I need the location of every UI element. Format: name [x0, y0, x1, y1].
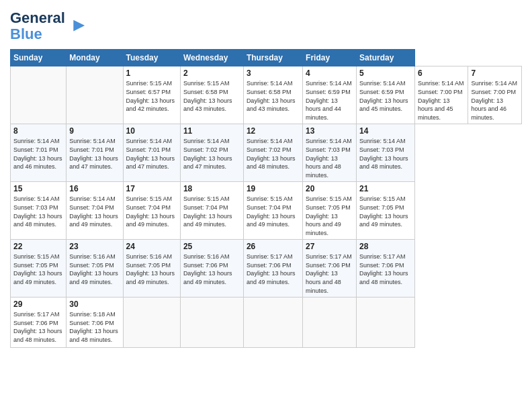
day-number: 17	[126, 184, 177, 193]
day-info: Sunrise: 5:16 AMSunset: 7:05 PMDaylight:…	[69, 253, 120, 286]
day-number: 23	[69, 242, 120, 251]
day-info: Sunrise: 5:18 AMSunset: 7:06 PMDaylight:…	[69, 310, 120, 344]
day-number: 6	[418, 68, 465, 78]
day-info: Sunrise: 5:14 AMSunset: 7:00 PMDaylight:…	[418, 79, 465, 122]
day-info: Sunrise: 5:14 AMSunset: 7:02 PMDaylight:…	[247, 137, 300, 171]
header: GeneralBlue	[10, 10, 522, 42]
week-row-2: 15Sunrise: 5:14 AMSunset: 7:03 PMDayligh…	[11, 182, 522, 240]
day-number: 18	[183, 184, 240, 193]
day-info: Sunrise: 5:14 AMSunset: 6:59 PMDaylight:…	[359, 79, 412, 113]
day-number: 24	[126, 242, 177, 251]
page-container: GeneralBlue SundayMondayTuesdayWednesday…	[0, 0, 532, 355]
day-number: 19	[247, 184, 300, 193]
cell-2-3: 18Sunrise: 5:15 AMSunset: 7:04 PMDayligh…	[180, 182, 243, 240]
col-header-wednesday: Wednesday	[180, 50, 243, 66]
day-number: 30	[69, 300, 120, 309]
col-header-monday: Monday	[66, 50, 123, 66]
cell-3-3: 25Sunrise: 5:16 AMSunset: 7:06 PMDayligh…	[180, 240, 243, 298]
day-number: 7	[471, 68, 519, 78]
cell-4-1: 30Sunrise: 5:18 AMSunset: 7:06 PMDayligh…	[66, 298, 123, 348]
cell-4-3	[180, 298, 243, 348]
day-number: 20	[306, 184, 353, 193]
cell-0-2: 1Sunrise: 5:15 AMSunset: 6:57 PMDaylight…	[123, 66, 180, 124]
svg-marker-0	[73, 20, 85, 32]
day-info: Sunrise: 5:14 AMSunset: 7:04 PMDaylight:…	[69, 195, 120, 228]
cell-2-2: 17Sunrise: 5:15 AMSunset: 7:04 PMDayligh…	[123, 182, 180, 240]
cell-2-0: 15Sunrise: 5:14 AMSunset: 7:03 PMDayligh…	[11, 182, 66, 240]
cell-2-6: 21Sunrise: 5:15 AMSunset: 7:05 PMDayligh…	[357, 182, 415, 240]
day-info: Sunrise: 5:14 AMSunset: 7:02 PMDaylight:…	[183, 137, 240, 171]
day-number: 21	[359, 184, 412, 193]
day-number: 11	[183, 126, 240, 136]
day-number: 15	[13, 184, 63, 193]
day-number: 4	[306, 68, 353, 78]
day-info: Sunrise: 5:15 AMSunset: 7:04 PMDaylight:…	[247, 195, 300, 228]
cell-4-4	[243, 298, 302, 348]
cell-0-8: 7Sunrise: 5:14 AMSunset: 7:00 PMDaylight…	[468, 66, 522, 124]
cell-1-4: 12Sunrise: 5:14 AMSunset: 7:02 PMDayligh…	[243, 124, 302, 182]
cell-2-4: 19Sunrise: 5:15 AMSunset: 7:04 PMDayligh…	[243, 182, 302, 240]
day-number: 3	[247, 68, 300, 78]
logo-text: GeneralBlue	[10, 10, 65, 42]
cell-3-4: 26Sunrise: 5:17 AMSunset: 7:06 PMDayligh…	[243, 240, 302, 298]
cell-1-1: 9Sunrise: 5:14 AMSunset: 7:01 PMDaylight…	[66, 124, 123, 182]
cell-0-7: 6Sunrise: 5:14 AMSunset: 7:00 PMDaylight…	[415, 66, 468, 124]
logo-icon	[67, 17, 86, 36]
day-info: Sunrise: 5:17 AMSunset: 7:06 PMDaylight:…	[247, 253, 300, 286]
day-info: Sunrise: 5:15 AMSunset: 6:57 PMDaylight:…	[126, 79, 177, 113]
cell-2-1: 16Sunrise: 5:14 AMSunset: 7:04 PMDayligh…	[66, 182, 123, 240]
col-header-friday: Friday	[303, 50, 357, 66]
day-info: Sunrise: 5:14 AMSunset: 7:03 PMDaylight:…	[306, 137, 353, 179]
day-number: 12	[247, 126, 300, 136]
day-info: Sunrise: 5:14 AMSunset: 7:01 PMDaylight:…	[69, 137, 120, 171]
day-info: Sunrise: 5:15 AMSunset: 7:05 PMDaylight:…	[359, 195, 412, 228]
day-info: Sunrise: 5:14 AMSunset: 6:59 PMDaylight:…	[306, 79, 353, 122]
cell-1-3: 11Sunrise: 5:14 AMSunset: 7:02 PMDayligh…	[180, 124, 243, 182]
day-number: 25	[183, 242, 240, 251]
week-row-3: 22Sunrise: 5:15 AMSunset: 7:05 PMDayligh…	[11, 240, 522, 298]
cell-1-0: 8Sunrise: 5:14 AMSunset: 7:01 PMDaylight…	[11, 124, 66, 182]
cell-3-0: 22Sunrise: 5:15 AMSunset: 7:05 PMDayligh…	[11, 240, 66, 298]
week-row-1: 8Sunrise: 5:14 AMSunset: 7:01 PMDaylight…	[11, 124, 522, 182]
day-number: 5	[359, 68, 412, 78]
day-info: Sunrise: 5:16 AMSunset: 7:05 PMDaylight:…	[126, 253, 177, 286]
day-info: Sunrise: 5:17 AMSunset: 7:06 PMDaylight:…	[359, 253, 412, 286]
day-info: Sunrise: 5:14 AMSunset: 7:03 PMDaylight:…	[13, 195, 63, 228]
cell-3-2: 24Sunrise: 5:16 AMSunset: 7:05 PMDayligh…	[123, 240, 180, 298]
col-header-sunday: Sunday	[11, 50, 66, 66]
calendar-table: SundayMondayTuesdayWednesdayThursdayFrid…	[10, 49, 522, 348]
day-number: 27	[306, 242, 353, 251]
cell-1-5: 13Sunrise: 5:14 AMSunset: 7:03 PMDayligh…	[303, 124, 357, 182]
cell-0-6: 5Sunrise: 5:14 AMSunset: 6:59 PMDaylight…	[357, 66, 415, 124]
day-info: Sunrise: 5:15 AMSunset: 7:05 PMDaylight:…	[306, 195, 353, 237]
day-number: 9	[69, 126, 120, 136]
cell-0-1	[66, 66, 123, 124]
day-info: Sunrise: 5:14 AMSunset: 7:03 PMDaylight:…	[359, 137, 412, 171]
cell-0-3: 2Sunrise: 5:15 AMSunset: 6:58 PMDaylight…	[180, 66, 243, 124]
day-info: Sunrise: 5:15 AMSunset: 7:04 PMDaylight:…	[183, 195, 240, 228]
week-row-0: 1Sunrise: 5:15 AMSunset: 6:57 PMDaylight…	[11, 66, 522, 124]
cell-4-0: 29Sunrise: 5:17 AMSunset: 7:06 PMDayligh…	[11, 298, 66, 348]
cell-3-6: 28Sunrise: 5:17 AMSunset: 7:06 PMDayligh…	[357, 240, 415, 298]
day-number: 2	[183, 68, 240, 78]
day-info: Sunrise: 5:15 AMSunset: 7:04 PMDaylight:…	[126, 195, 177, 228]
cell-4-6	[357, 298, 415, 348]
day-info: Sunrise: 5:14 AMSunset: 6:58 PMDaylight:…	[247, 79, 300, 113]
cell-0-5: 4Sunrise: 5:14 AMSunset: 6:59 PMDaylight…	[303, 66, 357, 124]
day-info: Sunrise: 5:14 AMSunset: 7:01 PMDaylight:…	[126, 137, 177, 171]
day-info: Sunrise: 5:17 AMSunset: 7:06 PMDaylight:…	[306, 253, 353, 295]
col-header-saturday: Saturday	[357, 50, 415, 66]
day-info: Sunrise: 5:14 AMSunset: 7:01 PMDaylight:…	[13, 137, 63, 171]
day-number: 29	[13, 300, 63, 309]
cell-0-0	[11, 66, 66, 124]
day-info: Sunrise: 5:16 AMSunset: 7:06 PMDaylight:…	[183, 253, 240, 286]
day-number: 22	[13, 242, 63, 251]
day-info: Sunrise: 5:17 AMSunset: 7:06 PMDaylight:…	[13, 310, 63, 344]
cell-3-1: 23Sunrise: 5:16 AMSunset: 7:05 PMDayligh…	[66, 240, 123, 298]
day-number: 26	[247, 242, 300, 251]
day-number: 1	[126, 68, 177, 78]
col-header-thursday: Thursday	[243, 50, 302, 66]
cell-1-6: 14Sunrise: 5:14 AMSunset: 7:03 PMDayligh…	[357, 124, 415, 182]
cell-1-2: 10Sunrise: 5:14 AMSunset: 7:01 PMDayligh…	[123, 124, 180, 182]
day-number: 8	[13, 126, 63, 136]
